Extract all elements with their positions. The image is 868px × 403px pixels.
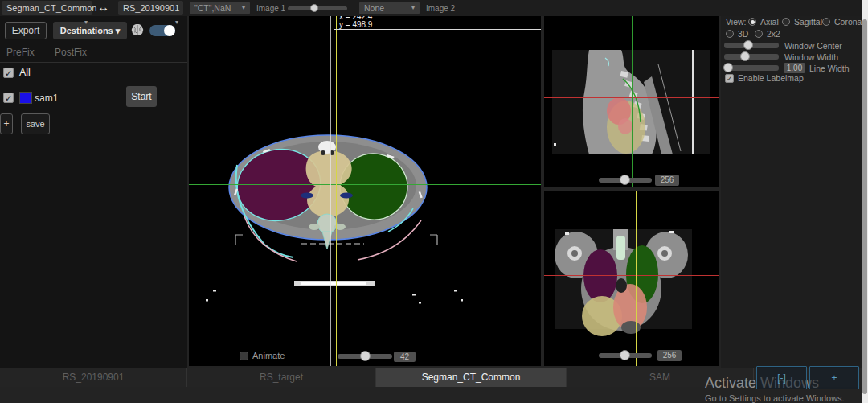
postfix-label[interactable]: PostFix [55, 47, 87, 58]
tab-rs-20190901[interactable]: RS_20190901 [0, 368, 187, 387]
window-center-knob[interactable] [743, 40, 753, 50]
start-button[interactable]: Start [126, 86, 157, 107]
structure-color-swatch[interactable] [19, 92, 32, 104]
brain-icon[interactable] [130, 23, 145, 36]
image2-label: Image 2 [426, 4, 455, 13]
watermark-subtitle: Go to Settings to activate Windows. [705, 393, 845, 403]
radio-axial-label[interactable]: Axial [760, 17, 779, 27]
coronal-trachea [616, 236, 625, 260]
coronal-slice-slider[interactable] [599, 353, 652, 358]
field-bracket [430, 235, 437, 245]
sagittal-slice-slider[interactable] [599, 178, 652, 183]
structures-sidebar: Export Destinations ▾ PreFix PostFix ✓ A… [0, 16, 187, 368]
page-scrollbar-thumb[interactable] [862, 19, 867, 394]
radio-sagittal[interactable] [782, 18, 790, 26]
window-width-knob[interactable] [740, 51, 750, 61]
image2-value: None [364, 3, 384, 13]
save-button[interactable]: save [21, 113, 50, 134]
coronal-right-lung [583, 249, 617, 302]
coronal-slice-value[interactable]: 256 [657, 350, 682, 361]
chevron-down-icon: ▾ [242, 2, 245, 14]
sagittal-viewport[interactable]: 256 [544, 16, 719, 187]
animate-checkbox[interactable]: ✓ [240, 352, 248, 360]
all-label: All [19, 67, 31, 78]
axial-slice-knob[interactable] [360, 351, 371, 361]
structure-name: sam1 [35, 93, 58, 104]
radio-axial[interactable] [748, 18, 756, 26]
swap-arrows-icon[interactable]: ↔ [97, 0, 109, 14]
line-width-slider[interactable] [724, 65, 779, 71]
tab-segman-ct-common[interactable]: Segman_CT_Common [376, 368, 567, 387]
line-width-label: Line Width [809, 64, 850, 73]
rs-dropdown[interactable]: RS_20190901 ▾ [118, 1, 183, 15]
field-bracket [235, 235, 243, 245]
chevron-down-icon: ▾ [84, 15, 88, 30]
axial-ct-image[interactable] [189, 16, 541, 366]
series-dropdown-value: Segman_CT_Common [6, 3, 97, 13]
radio-3d-label[interactable]: 3D [738, 29, 748, 39]
coronal-viewport[interactable]: 256 [544, 191, 719, 366]
radio-sagittal-label[interactable]: Sagittal [794, 17, 822, 27]
all-checkbox[interactable]: ✓ [3, 68, 14, 78]
sagittal-slice-knob[interactable] [620, 175, 630, 185]
divider [0, 62, 187, 63]
animate-label: Animate [252, 351, 285, 360]
axial-slice-slider[interactable] [338, 354, 392, 359]
radio-2x2-label[interactable]: 2x2 [767, 29, 780, 39]
window-center-label: Window Center [784, 41, 842, 51]
zoom-in-button[interactable]: + [809, 366, 859, 389]
page-scrollbar-track[interactable] [862, 0, 868, 403]
chevron-down-icon: ▾ [411, 2, 415, 14]
image1-label: Image 1 [256, 4, 285, 13]
line-width-value[interactable]: 1.00 [784, 63, 805, 73]
image2-dropdown[interactable]: None ▾ [359, 2, 420, 14]
prefix-label[interactable]: PreFix [6, 47, 35, 58]
chevron-down-icon: ▾ [175, 15, 178, 30]
view-label: View: [726, 17, 747, 27]
zoom-out-button[interactable]: [-] [756, 366, 807, 389]
application-window: Segman_CT_Common ▾ ↔ RS_20190901 ▾ "CT",… [0, 0, 868, 403]
top-toolbar: Segman_CT_Common ▾ ↔ RS_20190901 ▾ "CT",… [0, 0, 868, 16]
ct-image1-dropdown[interactable]: "CT",NaN ▾ [190, 2, 250, 14]
axial-slice-value[interactable]: 42 [394, 352, 416, 362]
bronchus [301, 193, 313, 199]
view-controls-panel: View: Axial Sagittal Coronal 3D 2x2 Wind… [721, 16, 862, 368]
export-button[interactable]: Export [5, 22, 47, 39]
enable-labelmap-checkbox[interactable]: ✓ [725, 74, 734, 83]
dataset-tabbar: RS_20190901 RS_target Segman_CT_Common S… [0, 368, 868, 387]
sagittal-ct-image[interactable] [544, 16, 719, 187]
table-edge [692, 50, 694, 154]
radio-coronal[interactable] [822, 18, 830, 26]
enable-labelmap-label: Enable Labelmap [738, 73, 804, 83]
window-center-slider[interactable] [724, 43, 779, 48]
rs-dropdown-value: RS_20190901 [123, 3, 179, 13]
axial-viewport[interactable]: x = 242.4 y = 498.9 ✓ Animate 42 [189, 16, 541, 366]
bronchus [340, 193, 353, 199]
radio-2x2[interactable] [755, 30, 763, 38]
coronal-ct-image[interactable] [544, 191, 719, 366]
sagittal-slice-value[interactable]: 256 [655, 175, 679, 186]
add-structure-button[interactable]: + [0, 113, 13, 134]
vertebra [317, 214, 337, 233]
image1-opacity-slider[interactable] [288, 6, 347, 10]
image1-opacity-knob[interactable] [310, 4, 318, 12]
destinations-dropdown[interactable]: Destinations ▾ [53, 22, 127, 39]
ai-toggle[interactable] [149, 25, 175, 36]
tab-sam[interactable]: SAM [567, 368, 754, 387]
window-width-label: Window Width [784, 52, 838, 62]
cursor-y-value: y = 498.9 [339, 21, 372, 29]
tab-rs-target[interactable]: RS_target [187, 368, 376, 387]
ct-image1-value: "CT",NaN [194, 3, 231, 13]
structure-checkbox[interactable]: ✓ [3, 93, 14, 103]
coronal-slice-knob[interactable] [620, 350, 630, 360]
radio-coronal-label[interactable]: Coronal [834, 17, 864, 27]
line-width-knob[interactable] [723, 63, 733, 72]
series-dropdown[interactable]: Segman_CT_Common ▾ [2, 1, 92, 15]
cursor-coordinates: x = 242.4 y = 498.9 [339, 16, 372, 29]
window-width-slider[interactable] [724, 54, 779, 60]
ai-toggle-knob[interactable] [164, 25, 175, 36]
radio-3d[interactable] [726, 30, 734, 38]
